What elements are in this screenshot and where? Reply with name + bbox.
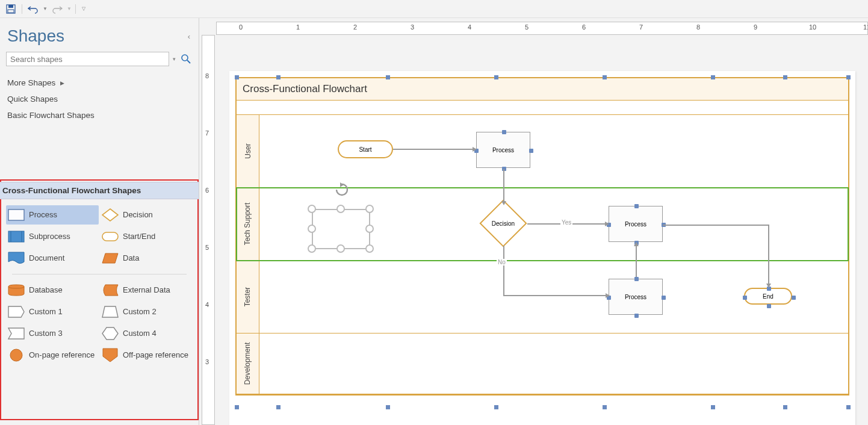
- lane-user[interactable]: User Start Process: [237, 115, 848, 188]
- process-node-3[interactable]: Process: [609, 279, 663, 315]
- connection-point[interactable]: [792, 296, 796, 300]
- collapse-panel-button[interactable]: ‹: [188, 32, 193, 41]
- subprocess-shape-icon: [7, 229, 25, 244]
- decision-node[interactable]: Decision: [479, 202, 527, 244]
- cross-functional-category[interactable]: Cross-Functional Flowchart Shapes: [0, 182, 199, 199]
- end-node[interactable]: End: [744, 288, 792, 305]
- node-label: Process: [625, 294, 646, 300]
- start-node[interactable]: Start: [338, 140, 393, 158]
- shape-label: Data: [123, 254, 139, 262]
- connector[interactable]: [663, 225, 769, 226]
- connection-point[interactable]: [502, 130, 506, 134]
- selection-handle[interactable]: [711, 405, 715, 409]
- selection-handle[interactable]: [783, 75, 787, 79]
- connector-no[interactable]: [503, 295, 609, 296]
- selection-handle[interactable]: [235, 75, 239, 79]
- shape-subprocess[interactable]: Subprocess: [6, 227, 99, 246]
- connector-no[interactable]: [503, 246, 504, 295]
- shape-decision[interactable]: Decision: [100, 205, 193, 225]
- separator: [22, 4, 22, 14]
- shape-label: Start/End: [123, 232, 155, 241]
- shape-custom2[interactable]: Custom 2: [100, 302, 193, 321]
- resize-handle[interactable]: [336, 244, 345, 253]
- shape-being-placed[interactable]: [308, 205, 374, 253]
- lane-label: Development: [244, 343, 252, 385]
- selection-handle[interactable]: [603, 75, 607, 79]
- quick-shapes-category[interactable]: Quick Shapes: [7, 91, 193, 107]
- shape-custom1[interactable]: Custom 1: [6, 302, 99, 321]
- selection-handle[interactable]: [711, 75, 715, 79]
- vertical-ruler: 8 7 6 5 4 3: [202, 35, 215, 425]
- svg-marker-15: [102, 327, 118, 340]
- redo-dropdown[interactable]: ▼: [67, 6, 72, 11]
- resize-handle[interactable]: [336, 205, 345, 213]
- ruler-tick: 8: [696, 23, 700, 31]
- ruler-tick: 5: [205, 244, 209, 251]
- resize-handle[interactable]: [365, 205, 374, 213]
- connection-point[interactable]: [634, 204, 639, 208]
- shape-data[interactable]: Data: [100, 249, 193, 268]
- ruler-tick: 6: [205, 187, 209, 194]
- undo-dropdown[interactable]: ▼: [43, 6, 48, 11]
- shape-external-data[interactable]: External Data: [100, 281, 193, 300]
- resize-handle[interactable]: [365, 244, 374, 253]
- resize-handle[interactable]: [308, 225, 316, 233]
- connector[interactable]: [636, 246, 637, 277]
- lane-tester[interactable]: Tester Process End: [237, 261, 848, 333]
- connector[interactable]: [503, 169, 504, 202]
- save-button[interactable]: [4, 2, 18, 16]
- selection-handle[interactable]: [494, 75, 498, 79]
- process-node-1[interactable]: Process: [476, 132, 530, 168]
- swimlane-title[interactable]: Cross-Functional Flowchart: [237, 78, 848, 101]
- shape-custom4[interactable]: Custom 4: [100, 324, 193, 343]
- drawing-canvas[interactable]: Cross-Functional Flowchart User Start Pr…: [229, 71, 855, 425]
- redo-button[interactable]: [50, 2, 64, 16]
- onpage-ref-shape-icon: [7, 348, 25, 362]
- swimlane-header-gap: [237, 101, 848, 115]
- rotate-handle-icon[interactable]: [334, 182, 350, 197]
- connection-point[interactable]: [767, 304, 771, 308]
- shape-document[interactable]: Document: [6, 249, 99, 268]
- lane-development[interactable]: Development: [237, 333, 848, 394]
- search-dropdown[interactable]: ▾: [170, 56, 178, 62]
- selection-handle[interactable]: [846, 75, 851, 79]
- selection-handle[interactable]: [494, 405, 498, 409]
- resize-handle[interactable]: [308, 205, 316, 213]
- selection-handle[interactable]: [235, 405, 239, 409]
- customize-qa-dropdown[interactable]: ▽: [79, 6, 85, 11]
- selection-handle[interactable]: [386, 405, 390, 409]
- shape-custom3[interactable]: Custom 3: [6, 324, 99, 343]
- svg-marker-14: [8, 328, 24, 339]
- connection-point[interactable]: [529, 149, 533, 153]
- shape-process[interactable]: Process: [6, 205, 99, 225]
- resize-handle[interactable]: [365, 225, 374, 233]
- canvas-area[interactable]: 0 1 2 3 4 5 6 7 8 9 10 11 8 7 6 5 4 3: [199, 18, 868, 425]
- selection-handle[interactable]: [276, 75, 281, 79]
- data-shape-icon: [101, 251, 119, 265]
- shape-onpage-reference[interactable]: On-page reference: [6, 346, 99, 365]
- connection-point[interactable]: [634, 277, 639, 281]
- resize-handle[interactable]: [308, 244, 316, 253]
- arrow-head-icon: [605, 222, 609, 226]
- selection-handle[interactable]: [783, 405, 787, 409]
- ruler-tick: 0: [239, 23, 243, 31]
- connection-point[interactable]: [634, 314, 639, 318]
- selection-handle[interactable]: [846, 405, 851, 409]
- search-shapes-input[interactable]: [6, 52, 169, 66]
- selection-handle[interactable]: [603, 405, 607, 409]
- basic-flowchart-category[interactable]: Basic Flowchart Shapes: [7, 107, 193, 123]
- shape-database[interactable]: Database: [6, 281, 99, 300]
- shape-startend[interactable]: Start/End: [100, 227, 193, 246]
- connector[interactable]: [768, 225, 769, 285]
- selection-handle[interactable]: [386, 75, 390, 79]
- undo-button[interactable]: [26, 2, 40, 16]
- connection-point[interactable]: [743, 296, 747, 300]
- connector[interactable]: [393, 149, 474, 150]
- shape-offpage-reference[interactable]: Off-page reference: [100, 346, 193, 365]
- selection-handle[interactable]: [276, 405, 281, 409]
- connection-point[interactable]: [662, 296, 666, 300]
- search-icon[interactable]: [179, 52, 193, 66]
- process-node-2[interactable]: Process: [609, 206, 663, 242]
- ruler-tick: 7: [205, 129, 209, 137]
- more-shapes-category[interactable]: More Shapes ▶: [7, 75, 193, 91]
